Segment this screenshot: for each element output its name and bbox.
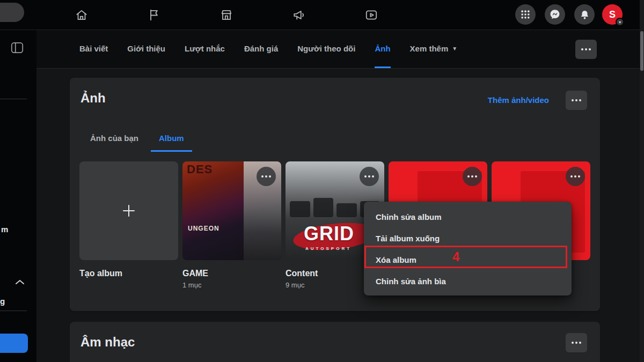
profile-more-options-button[interactable] <box>575 40 597 59</box>
corner-pill-fragment <box>0 3 24 22</box>
tab-bai-viet[interactable]: Bài viết <box>79 30 108 68</box>
messenger-button[interactable] <box>545 4 565 25</box>
tab-luot-nhac[interactable]: Lượt nhắc <box>185 30 225 68</box>
profile-avatar[interactable]: S ▾ <box>602 4 623 25</box>
tab-danh-gia[interactable]: Đánh giá <box>244 30 278 68</box>
album-more-button[interactable] <box>257 167 276 186</box>
menu-item-download-album[interactable]: Tải album xuống <box>366 227 569 249</box>
album-more-button[interactable] <box>360 167 379 186</box>
nav-adcenter-button[interactable] <box>277 3 320 27</box>
profile-tabs-bar: Bài viết Giới thiệu Lượt nhắc Đánh giá N… <box>36 30 644 69</box>
marketplace-icon <box>219 8 233 22</box>
more-icon <box>572 99 574 101</box>
more-icon <box>261 175 264 178</box>
rail-divider <box>0 311 27 311</box>
music-card-more-button[interactable] <box>566 333 587 352</box>
apps-menu-button[interactable] <box>515 4 536 25</box>
scrollbar-track <box>640 0 644 362</box>
sidebar-primary-button-fragment[interactable] <box>0 334 28 353</box>
collapse-chevron-up-button[interactable] <box>13 276 27 289</box>
tab-xem-them[interactable]: Xem thêm▼ <box>410 30 458 68</box>
plus-icon <box>121 203 137 219</box>
photos-card-title: Ảnh <box>80 91 106 106</box>
add-photo-video-link[interactable]: Thêm ảnh/video <box>488 95 549 105</box>
notifications-button[interactable] <box>574 4 595 25</box>
menu-item-edit-album[interactable]: Chỉnh sửa album <box>366 206 569 227</box>
album-count: 1 mục <box>182 281 281 289</box>
album-label: GAME <box>182 269 281 278</box>
tab-gioi-thieu[interactable]: Giới thiệu <box>127 30 165 68</box>
cover-text: GRID <box>304 223 354 245</box>
cover-text: AUTOSPORT <box>305 246 352 251</box>
menu-item-edit-cover-photo[interactable]: Chỉnh sửa ảnh bìa <box>366 270 569 292</box>
rail-text-fragment: g <box>0 297 5 306</box>
album-cell-create: Tạo album <box>79 161 178 289</box>
album-more-button[interactable] <box>566 167 585 186</box>
photos-card-more-button[interactable] <box>566 91 587 110</box>
nav-home-button[interactable] <box>60 3 103 27</box>
music-card: Âm nhạc <box>70 322 600 362</box>
album-cover-game[interactable]: DES UNGEON <box>182 161 281 260</box>
nav-marketplace-button[interactable] <box>205 3 248 27</box>
tab-album-active[interactable]: Album <box>151 126 192 152</box>
tab-anh-cua-ban[interactable]: Ảnh của bạn <box>82 126 147 152</box>
more-icon <box>581 48 583 50</box>
music-card-title: Âm nhạc <box>80 335 135 350</box>
photos-card-tabs: Ảnh của bạn Album <box>82 126 192 152</box>
left-rail: m g <box>0 30 36 362</box>
pages-flag-icon <box>147 8 161 22</box>
album-more-button[interactable] <box>463 167 482 186</box>
more-icon <box>467 175 470 178</box>
cover-text: UNGEON <box>188 225 219 232</box>
create-album-tile[interactable] <box>79 161 178 260</box>
watch-icon <box>364 8 378 22</box>
more-icon <box>364 175 367 178</box>
chevron-down-icon: ▼ <box>452 46 457 51</box>
facebook-profile-page: S ▾ m g Bài viết Giới thiệu Lượt nhắc Đá… <box>0 0 644 362</box>
album-context-menu: Chỉnh sửa album Tải album xuống Xóa albu… <box>364 202 572 295</box>
album-cell-game: DES UNGEON GAME 1 mục <box>182 161 281 289</box>
apps-grid-icon <box>520 9 531 20</box>
rail-text-fragment: m <box>1 225 8 234</box>
sidebar-panel-icon <box>10 40 25 55</box>
nav-watch-button[interactable] <box>350 3 393 27</box>
nav-pages-button[interactable] <box>133 3 175 27</box>
more-icon <box>570 175 573 178</box>
messenger-icon <box>549 9 561 20</box>
cover-text: DES <box>187 162 213 176</box>
top-navigation-bar: S ▾ <box>0 0 644 30</box>
sidebar-toggle-button[interactable] <box>8 39 27 57</box>
megaphone-icon <box>292 8 306 22</box>
scrollbar-thumb[interactable] <box>640 31 643 71</box>
menu-item-delete-album[interactable]: Xóa album <box>366 249 569 270</box>
home-icon <box>75 8 89 22</box>
notifications-bell-icon <box>579 9 590 20</box>
tab-nguoi-theo-doi[interactable]: Người theo dõi <box>297 30 355 68</box>
more-icon <box>572 342 574 344</box>
chevron-down-icon: ▾ <box>616 18 624 26</box>
tab-anh-active[interactable]: Ảnh <box>375 30 390 68</box>
album-label: Tạo album <box>79 269 178 278</box>
rail-divider <box>0 99 27 99</box>
avatar-mark: S <box>609 9 616 20</box>
